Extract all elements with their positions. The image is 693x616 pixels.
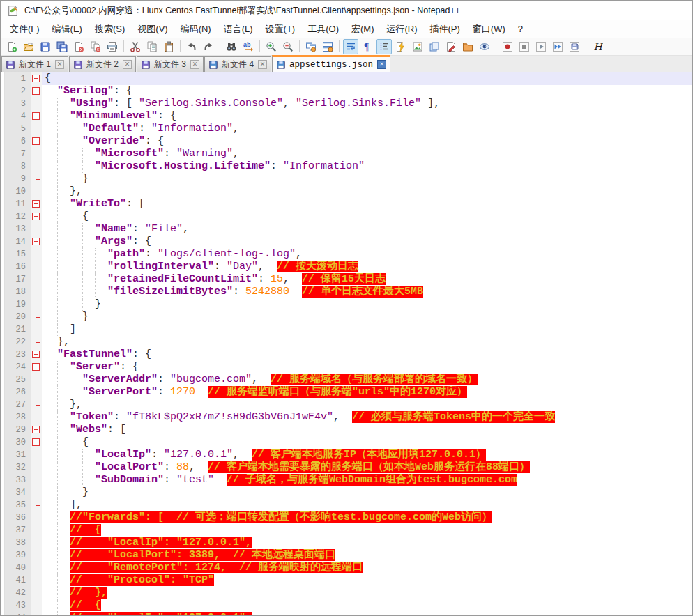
menu-edit[interactable]: 编辑(E) (46, 21, 89, 38)
fold-margin[interactable] (31, 524, 42, 537)
fold-toggle-icon[interactable] (32, 87, 40, 95)
function-list-icon[interactable] (393, 39, 409, 54)
tab-close-icon[interactable]: ✕ (258, 60, 267, 69)
code-line[interactable]: 30{ (1, 436, 692, 449)
menu-view[interactable]: 视图(V) (131, 21, 174, 38)
code-line[interactable]: 2"Serilog": { (1, 85, 692, 98)
code-line-text[interactable]: "retainedFileCountLimit": 15, // 保留15天日志 (42, 273, 692, 286)
fold-margin[interactable] (31, 399, 42, 411)
tab-close-icon[interactable]: ✕ (190, 60, 199, 69)
code-line-text[interactable]: "LocalIp": "127.0.0.1", // 客户端本地服务IP（本地应… (42, 449, 692, 461)
code-line[interactable]: 29"Webs": [ (1, 424, 692, 436)
code-line[interactable]: 18"fileSizeLimitBytes": 5242880 // 单个日志文… (1, 286, 692, 298)
code-line-text[interactable]: "Args": { (42, 236, 692, 248)
code-line[interactable]: 27}, (1, 399, 692, 411)
fold-margin[interactable] (31, 248, 42, 261)
code-line[interactable]: 25"ServerAddr": "bugcome.com", // 服务端域名（… (1, 374, 692, 386)
fold-margin[interactable] (31, 286, 42, 298)
fold-toggle-icon[interactable] (32, 112, 40, 120)
menu-tools[interactable]: 工具(O) (301, 21, 345, 38)
fold-margin[interactable] (31, 599, 42, 612)
fold-margin[interactable] (31, 198, 42, 210)
menu-help[interactable]: ? (512, 22, 529, 36)
fold-margin[interactable] (31, 323, 42, 336)
fold-toggle-icon[interactable] (32, 363, 40, 371)
code-line-text[interactable]: // "LocalPort": 3389, // 本地远程桌面端口 (42, 549, 692, 562)
menu-encoding[interactable]: 编码(N) (174, 21, 218, 38)
code-line[interactable]: 9} (1, 173, 692, 185)
fold-margin[interactable] (31, 587, 42, 599)
code-line[interactable]: 1{ (1, 72, 692, 85)
fold-margin[interactable] (31, 273, 42, 286)
cut-icon[interactable] (128, 39, 143, 54)
fold-toggle-icon[interactable] (32, 200, 40, 208)
code-line-text[interactable]: // }, (42, 587, 692, 599)
code-line[interactable]: 32"LocalPort": 88, // 客户端本地需要暴露的服务端口（如本地… (1, 461, 692, 474)
code-line[interactable]: 4"MinimumLevel": { (1, 110, 692, 123)
code-line[interactable]: 33"SubDomain": "test" // 子域名，与服务端WebDoma… (1, 474, 692, 486)
code-line-text[interactable]: "Token": "fT8kL$pQ2xR7mZ!sH9dG3bV6nJ1wE4… (42, 411, 692, 424)
fold-margin[interactable] (31, 486, 42, 499)
zoom-in-icon[interactable] (264, 39, 279, 54)
doc-switcher-icon[interactable] (427, 39, 442, 54)
fold-margin[interactable] (31, 185, 42, 198)
doc-map-icon[interactable] (410, 39, 425, 54)
fold-margin[interactable] (31, 298, 42, 311)
fold-margin[interactable] (31, 336, 42, 348)
code-line[interactable]: 22}, (1, 336, 692, 348)
code-line[interactable]: 42// }, (1, 587, 692, 599)
code-line[interactable]: 11"WriteTo": [ (1, 198, 692, 210)
fold-margin[interactable] (31, 511, 42, 524)
code-line-text[interactable]: "ServerAddr": "bugcome.com", // 服务端域名（与服… (42, 374, 692, 386)
fold-margin[interactable] (31, 499, 42, 511)
code-line-text[interactable]: // "RemotePort": 1274, // 服务端映射的远程端口 (42, 562, 692, 574)
code-editor[interactable]: 1{2"Serilog": {3"Using": [ "Serilog.Sink… (1, 72, 692, 615)
fold-margin[interactable] (31, 348, 42, 361)
fold-margin[interactable] (31, 160, 42, 173)
fold-toggle-icon[interactable] (32, 351, 40, 358)
code-line-text[interactable]: "MinimumLevel": { (42, 110, 692, 123)
fold-margin[interactable] (31, 148, 42, 160)
fold-margin[interactable] (31, 436, 42, 449)
menu-plugins[interactable]: 插件(P) (424, 21, 466, 38)
fold-margin[interactable] (31, 85, 42, 98)
code-line-text[interactable]: "LocalPort": 88, // 客户端本地需要暴露的服务端口（如本地We… (42, 461, 692, 474)
code-line-text[interactable]: "fileSizeLimitBytes": 5242880 // 单个日志文件最… (42, 286, 692, 298)
monitoring-eye-icon[interactable] (477, 39, 492, 54)
code-line[interactable]: 10}, (1, 185, 692, 198)
code-line[interactable]: 31"LocalIp": "127.0.0.1", // 客户端本地服务IP（本… (1, 449, 692, 461)
macro-record-icon[interactable] (500, 39, 515, 54)
fold-margin[interactable] (31, 424, 42, 436)
code-line[interactable]: 37// { (1, 524, 692, 537)
code-line[interactable]: 12{ (1, 210, 692, 223)
code-line[interactable]: 23"FastTunnel": { (1, 348, 692, 361)
code-line[interactable]: 24"Server": { (1, 361, 692, 374)
code-line-text[interactable]: } (42, 486, 692, 499)
tab-close-icon[interactable]: ✕ (123, 60, 132, 69)
fold-toggle-icon[interactable] (32, 438, 40, 446)
fold-margin[interactable] (31, 386, 42, 399)
fold-margin[interactable] (31, 135, 42, 148)
tab-新文件-1[interactable]: 新文件 1✕ (1, 56, 68, 72)
code-line-text[interactable]: } (42, 311, 692, 323)
code-line-text[interactable]: "Server": { (42, 361, 692, 374)
undo-icon[interactable] (184, 39, 199, 54)
code-line[interactable]: 16"rollingInterval": "Day", // 按天滚动日志 (1, 261, 692, 273)
code-line-text[interactable]: }, (42, 399, 692, 411)
menu-language[interactable]: 语言(L) (218, 21, 259, 38)
code-line[interactable]: 38// "LocalIp": "127.0.0.1", (1, 537, 692, 549)
code-line[interactable]: 6"Override": { (1, 135, 692, 148)
fold-margin[interactable] (31, 98, 42, 110)
fold-margin[interactable] (31, 261, 42, 273)
fold-margin[interactable] (31, 461, 42, 474)
code-line-text[interactable]: "Webs": [ (42, 424, 692, 436)
code-line[interactable]: 13"Name": "File", (1, 223, 692, 236)
save-icon[interactable] (38, 39, 53, 54)
paste-icon[interactable] (161, 39, 176, 54)
code-line[interactable]: 15"path": "Logs/client-log-.log", (1, 248, 692, 261)
code-line-text[interactable]: "Microsoft.Hosting.Lifetime": "Informati… (42, 160, 692, 173)
new-file-icon[interactable] (4, 39, 20, 54)
html-preview-icon[interactable]: H (590, 39, 605, 54)
replace-icon[interactable]: ab (241, 39, 256, 54)
code-line-text[interactable]: } (42, 173, 692, 185)
